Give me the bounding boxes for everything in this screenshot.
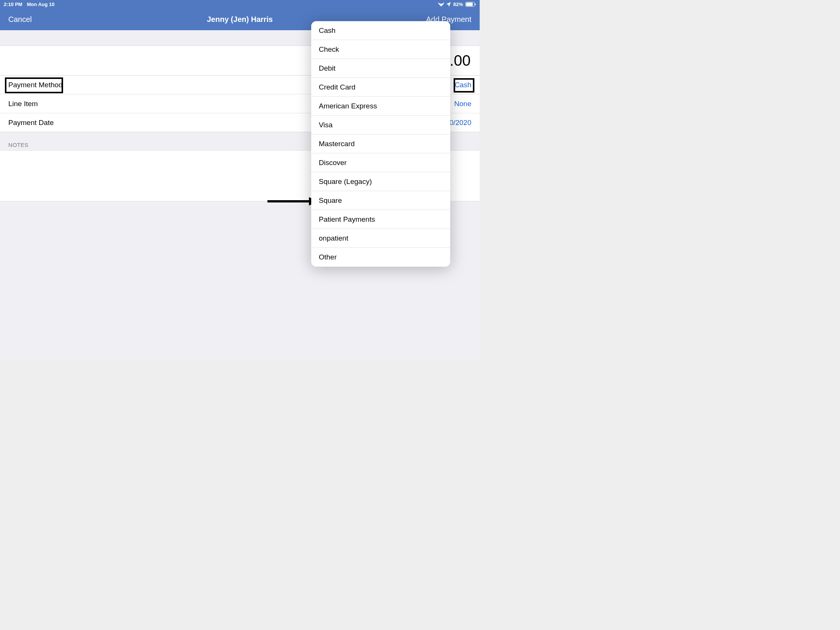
popover-item-visa[interactable]: Visa: [311, 115, 450, 134]
line-item-value: None: [455, 100, 471, 108]
popover-item-onpatient[interactable]: onpatient: [311, 229, 450, 248]
wifi-icon: [438, 2, 444, 6]
popover-item-amex[interactable]: American Express: [311, 97, 450, 115]
popover-item-square-legacy[interactable]: Square (Legacy): [311, 172, 450, 191]
payment-date-label: Payment Date: [8, 118, 54, 127]
app-screen: 2:10 PM Mon Aug 10 82% Cancel Jenny (Jen…: [0, 0, 480, 360]
payment-method-popover: Cash Check Debit Credit Card American Ex…: [311, 21, 450, 267]
cancel-button[interactable]: Cancel: [8, 15, 32, 24]
popover-item-mastercard[interactable]: Mastercard: [311, 134, 450, 153]
battery-percent: 82%: [453, 2, 463, 7]
popover-item-credit-card[interactable]: Credit Card: [311, 78, 450, 97]
popover-item-cash[interactable]: Cash: [311, 21, 450, 40]
popover-item-check[interactable]: Check: [311, 40, 450, 59]
status-date: Mon Aug 10: [27, 2, 54, 7]
popover-item-patient-payments[interactable]: Patient Payments: [311, 210, 450, 229]
battery-icon: [465, 2, 476, 7]
popover-item-discover[interactable]: Discover: [311, 153, 450, 172]
popover-item-other[interactable]: Other: [311, 248, 450, 267]
line-item-label: Line Item: [8, 100, 38, 108]
popover-item-square[interactable]: Square: [311, 191, 450, 210]
payment-method-value: Cash: [455, 81, 471, 89]
location-icon: [447, 2, 451, 6]
popover-item-debit[interactable]: Debit: [311, 59, 450, 78]
payment-method-label: Payment Method: [8, 81, 63, 89]
svg-rect-1: [466, 3, 473, 6]
svg-rect-2: [475, 3, 476, 5]
status-time: 2:10 PM: [4, 2, 22, 7]
status-bar: 2:10 PM Mon Aug 10 82%: [0, 0, 480, 8]
